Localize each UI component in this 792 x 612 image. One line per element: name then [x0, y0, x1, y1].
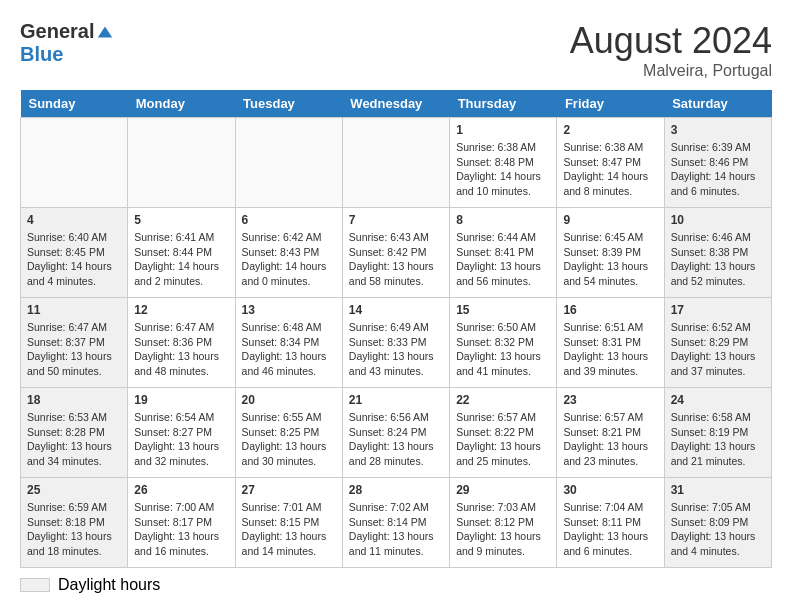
calendar-cell: 4Sunrise: 6:40 AM Sunset: 8:45 PM Daylig…: [21, 208, 128, 298]
calendar-week-row: 1Sunrise: 6:38 AM Sunset: 8:48 PM Daylig…: [21, 118, 772, 208]
calendar-cell: 19Sunrise: 6:54 AM Sunset: 8:27 PM Dayli…: [128, 388, 235, 478]
calendar-cell: 26Sunrise: 7:00 AM Sunset: 8:17 PM Dayli…: [128, 478, 235, 568]
day-number: 29: [456, 483, 550, 497]
calendar-cell: [342, 118, 449, 208]
location-subtitle: Malveira, Portugal: [570, 62, 772, 80]
calendar-cell: 18Sunrise: 6:53 AM Sunset: 8:28 PM Dayli…: [21, 388, 128, 478]
day-number: 25: [27, 483, 121, 497]
cell-content: Sunrise: 6:57 AM Sunset: 8:21 PM Dayligh…: [563, 410, 657, 469]
cell-content: Sunrise: 6:42 AM Sunset: 8:43 PM Dayligh…: [242, 230, 336, 289]
day-number: 31: [671, 483, 765, 497]
day-number: 27: [242, 483, 336, 497]
logo-blue-text: Blue: [20, 43, 63, 66]
cell-content: Sunrise: 6:51 AM Sunset: 8:31 PM Dayligh…: [563, 320, 657, 379]
cell-content: Sunrise: 6:52 AM Sunset: 8:29 PM Dayligh…: [671, 320, 765, 379]
day-number: 26: [134, 483, 228, 497]
cell-content: Sunrise: 7:04 AM Sunset: 8:11 PM Dayligh…: [563, 500, 657, 559]
calendar-week-row: 25Sunrise: 6:59 AM Sunset: 8:18 PM Dayli…: [21, 478, 772, 568]
calendar-cell: 16Sunrise: 6:51 AM Sunset: 8:31 PM Dayli…: [557, 298, 664, 388]
day-number: 1: [456, 123, 550, 137]
cell-content: Sunrise: 6:46 AM Sunset: 8:38 PM Dayligh…: [671, 230, 765, 289]
calendar-cell: 24Sunrise: 6:58 AM Sunset: 8:19 PM Dayli…: [664, 388, 771, 478]
day-number: 6: [242, 213, 336, 227]
calendar-cell: 29Sunrise: 7:03 AM Sunset: 8:12 PM Dayli…: [450, 478, 557, 568]
day-header-monday: Monday: [128, 90, 235, 118]
cell-content: Sunrise: 6:44 AM Sunset: 8:41 PM Dayligh…: [456, 230, 550, 289]
calendar-cell: 1Sunrise: 6:38 AM Sunset: 8:48 PM Daylig…: [450, 118, 557, 208]
calendar-cell: 2Sunrise: 6:38 AM Sunset: 8:47 PM Daylig…: [557, 118, 664, 208]
calendar-cell: 9Sunrise: 6:45 AM Sunset: 8:39 PM Daylig…: [557, 208, 664, 298]
cell-content: Sunrise: 7:00 AM Sunset: 8:17 PM Dayligh…: [134, 500, 228, 559]
calendar-table: SundayMondayTuesdayWednesdayThursdayFrid…: [20, 90, 772, 568]
cell-content: Sunrise: 6:43 AM Sunset: 8:42 PM Dayligh…: [349, 230, 443, 289]
day-number: 30: [563, 483, 657, 497]
cell-content: Sunrise: 6:49 AM Sunset: 8:33 PM Dayligh…: [349, 320, 443, 379]
day-number: 10: [671, 213, 765, 227]
cell-content: Sunrise: 6:41 AM Sunset: 8:44 PM Dayligh…: [134, 230, 228, 289]
calendar-cell: 22Sunrise: 6:57 AM Sunset: 8:22 PM Dayli…: [450, 388, 557, 478]
cell-content: Sunrise: 6:54 AM Sunset: 8:27 PM Dayligh…: [134, 410, 228, 469]
cell-content: Sunrise: 6:47 AM Sunset: 8:37 PM Dayligh…: [27, 320, 121, 379]
day-header-saturday: Saturday: [664, 90, 771, 118]
cell-content: Sunrise: 7:01 AM Sunset: 8:15 PM Dayligh…: [242, 500, 336, 559]
calendar-cell: 7Sunrise: 6:43 AM Sunset: 8:42 PM Daylig…: [342, 208, 449, 298]
logo-icon: [96, 23, 114, 41]
calendar-cell: 30Sunrise: 7:04 AM Sunset: 8:11 PM Dayli…: [557, 478, 664, 568]
cell-content: Sunrise: 6:58 AM Sunset: 8:19 PM Dayligh…: [671, 410, 765, 469]
calendar-week-row: 11Sunrise: 6:47 AM Sunset: 8:37 PM Dayli…: [21, 298, 772, 388]
calendar-cell: 27Sunrise: 7:01 AM Sunset: 8:15 PM Dayli…: [235, 478, 342, 568]
cell-content: Sunrise: 6:48 AM Sunset: 8:34 PM Dayligh…: [242, 320, 336, 379]
day-number: 20: [242, 393, 336, 407]
day-header-sunday: Sunday: [21, 90, 128, 118]
day-header-thursday: Thursday: [450, 90, 557, 118]
calendar-week-row: 18Sunrise: 6:53 AM Sunset: 8:28 PM Dayli…: [21, 388, 772, 478]
calendar-cell: 20Sunrise: 6:55 AM Sunset: 8:25 PM Dayli…: [235, 388, 342, 478]
cell-content: Sunrise: 6:56 AM Sunset: 8:24 PM Dayligh…: [349, 410, 443, 469]
day-number: 16: [563, 303, 657, 317]
calendar-cell: 17Sunrise: 6:52 AM Sunset: 8:29 PM Dayli…: [664, 298, 771, 388]
day-number: 18: [27, 393, 121, 407]
day-number: 13: [242, 303, 336, 317]
cell-content: Sunrise: 6:47 AM Sunset: 8:36 PM Dayligh…: [134, 320, 228, 379]
calendar-cell: 21Sunrise: 6:56 AM Sunset: 8:24 PM Dayli…: [342, 388, 449, 478]
calendar-week-row: 4Sunrise: 6:40 AM Sunset: 8:45 PM Daylig…: [21, 208, 772, 298]
cell-content: Sunrise: 6:53 AM Sunset: 8:28 PM Dayligh…: [27, 410, 121, 469]
cell-content: Sunrise: 6:57 AM Sunset: 8:22 PM Dayligh…: [456, 410, 550, 469]
calendar-cell: 14Sunrise: 6:49 AM Sunset: 8:33 PM Dayli…: [342, 298, 449, 388]
day-header-wednesday: Wednesday: [342, 90, 449, 118]
calendar-cell: [235, 118, 342, 208]
cell-content: Sunrise: 6:38 AM Sunset: 8:47 PM Dayligh…: [563, 140, 657, 199]
calendar-cell: 11Sunrise: 6:47 AM Sunset: 8:37 PM Dayli…: [21, 298, 128, 388]
calendar-cell: 28Sunrise: 7:02 AM Sunset: 8:14 PM Dayli…: [342, 478, 449, 568]
day-number: 4: [27, 213, 121, 227]
cell-content: Sunrise: 7:02 AM Sunset: 8:14 PM Dayligh…: [349, 500, 443, 559]
day-number: 11: [27, 303, 121, 317]
day-number: 9: [563, 213, 657, 227]
day-number: 17: [671, 303, 765, 317]
day-number: 2: [563, 123, 657, 137]
day-number: 7: [349, 213, 443, 227]
day-header-tuesday: Tuesday: [235, 90, 342, 118]
cell-content: Sunrise: 6:55 AM Sunset: 8:25 PM Dayligh…: [242, 410, 336, 469]
day-number: 21: [349, 393, 443, 407]
calendar-cell: 10Sunrise: 6:46 AM Sunset: 8:38 PM Dayli…: [664, 208, 771, 298]
day-number: 12: [134, 303, 228, 317]
day-number: 14: [349, 303, 443, 317]
calendar-cell: 12Sunrise: 6:47 AM Sunset: 8:36 PM Dayli…: [128, 298, 235, 388]
calendar-cell: 31Sunrise: 7:05 AM Sunset: 8:09 PM Dayli…: [664, 478, 771, 568]
day-number: 5: [134, 213, 228, 227]
calendar-cell: 15Sunrise: 6:50 AM Sunset: 8:32 PM Dayli…: [450, 298, 557, 388]
cell-content: Sunrise: 7:03 AM Sunset: 8:12 PM Dayligh…: [456, 500, 550, 559]
logo: General Blue: [20, 20, 114, 66]
cell-content: Sunrise: 6:59 AM Sunset: 8:18 PM Dayligh…: [27, 500, 121, 559]
calendar-cell: 13Sunrise: 6:48 AM Sunset: 8:34 PM Dayli…: [235, 298, 342, 388]
month-year-title: August 2024: [570, 20, 772, 62]
page-header: General Blue August 2024 Malveira, Portu…: [20, 20, 772, 80]
cell-content: Sunrise: 6:38 AM Sunset: 8:48 PM Dayligh…: [456, 140, 550, 199]
cell-content: Sunrise: 6:39 AM Sunset: 8:46 PM Dayligh…: [671, 140, 765, 199]
cell-content: Sunrise: 7:05 AM Sunset: 8:09 PM Dayligh…: [671, 500, 765, 559]
calendar-cell: 8Sunrise: 6:44 AM Sunset: 8:41 PM Daylig…: [450, 208, 557, 298]
day-number: 24: [671, 393, 765, 407]
day-number: 15: [456, 303, 550, 317]
day-header-friday: Friday: [557, 90, 664, 118]
